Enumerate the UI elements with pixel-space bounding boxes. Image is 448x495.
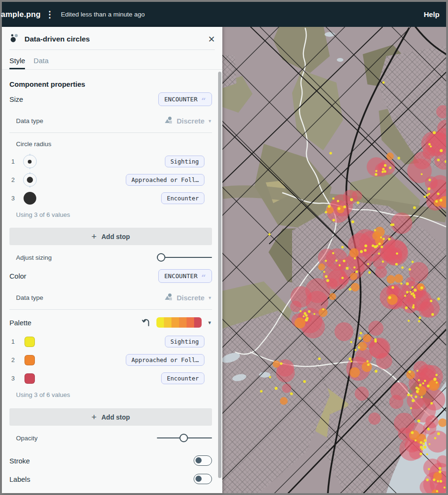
map-data-point-yellow[interactable] (351, 220, 354, 223)
reverse-palette-icon[interactable] (142, 318, 151, 327)
map-data-point-yellow[interactable] (412, 306, 415, 309)
add-stop-button[interactable]: + Add stop (9, 228, 212, 245)
map-data-point-yellow[interactable] (424, 446, 426, 448)
map-data-point-yellow[interactable] (383, 238, 385, 240)
labels-toggle[interactable] (194, 474, 212, 484)
data-type-dropdown[interactable]: Discrete ▼ (164, 116, 212, 125)
color-stop-value-button[interactable]: Approached or Foll… (126, 354, 204, 366)
map-data-point-yellow[interactable] (367, 360, 369, 363)
map-data-point-yellow[interactable] (428, 429, 430, 431)
map-data-point-yellow[interactable] (325, 211, 327, 213)
map-data-point-yellow[interactable] (430, 146, 432, 148)
map-data-point-yellow[interactable] (420, 446, 423, 449)
map-data-point-yellow[interactable] (427, 385, 430, 388)
map-data-point-yellow[interactable] (408, 268, 411, 271)
map-data-point-yellow[interactable] (388, 296, 391, 299)
map-data-point-orange[interactable] (351, 283, 359, 291)
map-data-point-yellow[interactable] (375, 173, 377, 176)
map-data-point-yellow[interactable] (359, 332, 362, 334)
map-data-point-orange[interactable] (280, 397, 288, 405)
map-data-point-yellow[interactable] (428, 193, 430, 195)
map-data-point-yellow[interactable] (437, 480, 439, 483)
close-icon[interactable]: × (208, 33, 215, 45)
color-stop-value-button[interactable]: Encounter (161, 372, 204, 384)
map-data-point-yellow[interactable] (407, 394, 410, 396)
map-data-point-red[interactable] (334, 322, 353, 341)
add-stop-button[interactable]: + Add stop (9, 408, 212, 426)
map-data-point-yellow[interactable] (410, 395, 413, 397)
map-data-point-orange[interactable] (350, 273, 357, 280)
map-data-point-yellow[interactable] (417, 388, 420, 390)
map-data-point-yellow[interactable] (313, 313, 315, 315)
radius-swatch[interactable] (23, 155, 37, 168)
map-data-point-yellow[interactable] (400, 282, 403, 285)
map-data-point-yellow[interactable] (303, 315, 305, 317)
map-data-point-yellow[interactable] (424, 380, 426, 382)
map-data-point-yellow[interactable] (426, 194, 429, 196)
map-data-point-yellow[interactable] (412, 292, 414, 294)
map-data-point-yellow[interactable] (440, 199, 442, 202)
map-data-point-yellow[interactable] (406, 291, 408, 293)
map-data-point-red[interactable] (369, 338, 390, 359)
map-data-point-yellow[interactable] (419, 384, 422, 387)
tab-data[interactable]: Data (33, 57, 49, 69)
map-data-point-yellow[interactable] (350, 360, 353, 363)
map-data-point-yellow[interactable] (434, 437, 436, 439)
map-data-point-yellow[interactable] (374, 229, 376, 231)
map-data-point-yellow[interactable] (440, 480, 442, 483)
map-data-point-yellow[interactable] (375, 246, 377, 248)
map-data-point-yellow[interactable] (341, 246, 343, 248)
map-data-point-yellow[interactable] (368, 271, 371, 273)
map-data-point-yellow[interactable] (413, 294, 415, 297)
map-data-point-yellow[interactable] (343, 206, 346, 208)
map-data-point-yellow[interactable] (412, 399, 415, 402)
map-data-point-yellow[interactable] (355, 270, 358, 273)
map-data-point-yellow[interactable] (339, 264, 341, 266)
map-data-point-yellow[interactable] (380, 237, 382, 239)
map-data-point-red[interactable] (355, 387, 369, 401)
map-data-point-yellow[interactable] (437, 297, 440, 300)
map-data-point-yellow[interactable] (429, 443, 431, 445)
map-data-point-yellow[interactable] (269, 233, 271, 236)
radius-swatch[interactable] (23, 191, 37, 205)
slider-handle[interactable] (179, 434, 188, 442)
map-data-point-yellow[interactable] (439, 467, 441, 470)
map-data-point-yellow[interactable] (416, 390, 419, 393)
map-data-point-yellow[interactable] (378, 253, 380, 255)
map-data-point-yellow[interactable] (416, 370, 418, 371)
data-type-dropdown[interactable]: Discrete ▼ (164, 293, 212, 302)
map-data-point-yellow[interactable] (384, 170, 386, 173)
map-data-point-yellow[interactable] (429, 179, 431, 181)
map-data-point-orange[interactable] (294, 318, 305, 329)
size-stop-value-button[interactable]: Approached or Foll… (126, 174, 204, 186)
map-data-point-yellow[interactable] (426, 478, 429, 481)
map-data-point-orange[interactable] (372, 231, 381, 240)
map-data-point-yellow[interactable] (355, 349, 357, 351)
map-data-point-yellow[interactable] (382, 168, 385, 171)
map-data-point-yellow[interactable] (358, 346, 360, 349)
map-data-point-yellow[interactable] (300, 310, 301, 312)
map-data-point-yellow[interactable] (411, 261, 414, 263)
map-data-point-orange[interactable] (362, 362, 372, 372)
tab-style[interactable]: Style (9, 57, 25, 69)
map-data-point-yellow[interactable] (410, 407, 412, 409)
map-data-point-yellow[interactable] (436, 382, 438, 384)
map-data-point-yellow[interactable] (424, 439, 427, 442)
map-data-point-yellow[interactable] (349, 288, 351, 291)
map-data-point-yellow[interactable] (437, 192, 440, 195)
map-data-point-yellow[interactable] (328, 205, 331, 208)
map-data-point-yellow[interactable] (398, 157, 400, 160)
map-data-point-yellow[interactable] (411, 431, 414, 434)
map-data-point-red[interactable] (425, 415, 439, 429)
map-data-point-yellow[interactable] (382, 261, 384, 263)
map-data-point-red[interactable] (391, 213, 413, 234)
map-data-point-red[interactable] (375, 266, 387, 278)
map-data-point-yellow[interactable] (426, 453, 428, 455)
map-data-point-red[interactable] (368, 412, 381, 425)
kebab-menu-icon[interactable]: ⋮ (45, 10, 54, 19)
map-data-point-yellow[interactable] (395, 263, 398, 266)
color-stop-value-button[interactable]: Sighting (165, 336, 204, 347)
map-data-point-yellow[interactable] (415, 439, 416, 441)
map-data-point-yellow[interactable] (405, 306, 408, 309)
map-data-point-yellow[interactable] (325, 275, 328, 278)
